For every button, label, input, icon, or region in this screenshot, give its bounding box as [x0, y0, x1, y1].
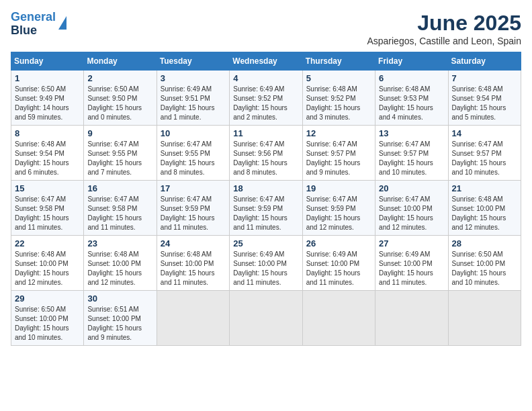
day-detail: Sunrise: 6:48 AMSunset: 10:00 PMDaylight…: [87, 250, 152, 287]
day-cell: 27Sunrise: 6:49 AMSunset: 10:00 PMDaylig…: [375, 236, 448, 291]
day-cell: 6Sunrise: 6:48 AMSunset: 9:53 PMDaylight…: [375, 71, 448, 126]
day-cell: 4Sunrise: 6:49 AMSunset: 9:52 PMDaylight…: [230, 71, 302, 126]
day-number: 25: [233, 238, 298, 248]
logo-text: GeneralBlue: [11, 11, 56, 38]
page-header: GeneralBlue June 2025 Aspariegos, Castil…: [11, 11, 521, 46]
week-row-4: 22Sunrise: 6:48 AMSunset: 10:00 PMDaylig…: [11, 236, 521, 291]
day-cell: 22Sunrise: 6:48 AMSunset: 10:00 PMDaylig…: [11, 236, 84, 291]
logo: GeneralBlue: [11, 11, 66, 38]
day-number: 5: [306, 73, 371, 83]
day-number: 13: [379, 128, 444, 138]
day-detail: Sunrise: 6:47 AMSunset: 9:55 PMDaylight:…: [87, 140, 152, 177]
day-detail: Sunrise: 6:49 AMSunset: 9:51 PMDaylight:…: [161, 85, 226, 122]
day-detail: Sunrise: 6:47 AMSunset: 9:57 PMDaylight:…: [306, 140, 371, 177]
day-detail: Sunrise: 6:47 AMSunset: 9:59 PMDaylight:…: [306, 195, 371, 232]
day-detail: Sunrise: 6:47 AMSunset: 9:55 PMDaylight:…: [161, 140, 226, 177]
day-cell: 26Sunrise: 6:49 AMSunset: 10:00 PMDaylig…: [302, 236, 375, 291]
day-number: 7: [452, 73, 517, 83]
location: Aspariegos, Castille and Leon, Spain: [367, 36, 521, 46]
day-detail: Sunrise: 6:47 AMSunset: 9:57 PMDaylight:…: [452, 140, 517, 177]
day-number: 24: [161, 238, 226, 248]
day-cell: 29Sunrise: 6:50 AMSunset: 10:00 PMDaylig…: [11, 291, 84, 346]
day-number: 19: [306, 183, 371, 193]
col-header-friday: Friday: [375, 52, 448, 71]
week-row-5: 29Sunrise: 6:50 AMSunset: 10:00 PMDaylig…: [11, 291, 521, 346]
col-header-thursday: Thursday: [302, 52, 375, 71]
day-detail: Sunrise: 6:50 AMSunset: 9:49 PMDaylight:…: [15, 85, 80, 122]
day-cell: 18Sunrise: 6:47 AMSunset: 9:59 PMDayligh…: [230, 181, 302, 236]
day-cell: 17Sunrise: 6:47 AMSunset: 9:59 PMDayligh…: [157, 181, 229, 236]
day-detail: Sunrise: 6:49 AMSunset: 9:52 PMDaylight:…: [233, 85, 298, 122]
day-number: 15: [15, 183, 80, 193]
col-header-monday: Monday: [84, 52, 157, 71]
day-number: 6: [379, 73, 444, 83]
day-cell: 20Sunrise: 6:47 AMSunset: 10:00 PMDaylig…: [375, 181, 448, 236]
day-cell: 3Sunrise: 6:49 AMSunset: 9:51 PMDaylight…: [157, 71, 229, 126]
day-cell: 8Sunrise: 6:48 AMSunset: 9:54 PMDaylight…: [11, 126, 84, 181]
day-cell: 14Sunrise: 6:47 AMSunset: 9:57 PMDayligh…: [448, 126, 521, 181]
day-cell: [302, 291, 375, 346]
day-cell: 13Sunrise: 6:47 AMSunset: 9:57 PMDayligh…: [375, 126, 448, 181]
day-detail: Sunrise: 6:49 AMSunset: 10:00 PMDaylight…: [306, 250, 371, 287]
week-row-2: 8Sunrise: 6:48 AMSunset: 9:54 PMDaylight…: [11, 126, 521, 181]
day-detail: Sunrise: 6:47 AMSunset: 9:56 PMDaylight:…: [233, 140, 298, 177]
day-number: 9: [87, 128, 152, 138]
day-detail: Sunrise: 6:50 AMSunset: 10:00 PMDaylight…: [452, 250, 517, 287]
day-detail: Sunrise: 6:47 AMSunset: 9:58 PMDaylight:…: [87, 195, 152, 232]
day-number: 20: [379, 183, 444, 193]
day-number: 16: [87, 183, 152, 193]
day-cell: 28Sunrise: 6:50 AMSunset: 10:00 PMDaylig…: [448, 236, 521, 291]
day-cell: 12Sunrise: 6:47 AMSunset: 9:57 PMDayligh…: [302, 126, 375, 181]
day-number: 30: [87, 293, 152, 304]
day-detail: Sunrise: 6:48 AMSunset: 9:54 PMDaylight:…: [452, 85, 517, 122]
col-header-sunday: Sunday: [11, 52, 84, 71]
day-detail: Sunrise: 6:48 AMSunset: 10:00 PMDaylight…: [161, 250, 226, 287]
day-cell: 9Sunrise: 6:47 AMSunset: 9:55 PMDaylight…: [84, 126, 157, 181]
logo-triangle-icon: [58, 16, 66, 30]
day-cell: 16Sunrise: 6:47 AMSunset: 9:58 PMDayligh…: [84, 181, 157, 236]
day-number: 10: [161, 128, 226, 138]
calendar-table: SundayMondayTuesdayWednesdayThursdayFrid…: [11, 52, 521, 346]
col-header-tuesday: Tuesday: [157, 52, 229, 71]
day-detail: Sunrise: 6:47 AMSunset: 9:59 PMDaylight:…: [233, 195, 298, 232]
day-detail: Sunrise: 6:48 AMSunset: 10:00 PMDaylight…: [452, 195, 517, 232]
day-number: 4: [233, 73, 298, 83]
day-number: 28: [452, 238, 517, 248]
month-title: June 2025: [367, 11, 521, 36]
day-detail: Sunrise: 6:51 AMSunset: 10:00 PMDaylight…: [87, 305, 152, 342]
day-cell: 30Sunrise: 6:51 AMSunset: 10:00 PMDaylig…: [84, 291, 157, 346]
day-detail: Sunrise: 6:48 AMSunset: 10:00 PMDaylight…: [15, 250, 80, 287]
day-cell: 19Sunrise: 6:47 AMSunset: 9:59 PMDayligh…: [302, 181, 375, 236]
day-number: 18: [233, 183, 298, 193]
col-header-wednesday: Wednesday: [230, 52, 302, 71]
day-number: 27: [379, 238, 444, 248]
day-cell: 24Sunrise: 6:48 AMSunset: 10:00 PMDaylig…: [157, 236, 229, 291]
day-number: 21: [452, 183, 517, 193]
day-cell: 11Sunrise: 6:47 AMSunset: 9:56 PMDayligh…: [230, 126, 302, 181]
day-detail: Sunrise: 6:48 AMSunset: 9:52 PMDaylight:…: [306, 85, 371, 122]
day-number: 2: [87, 73, 152, 83]
day-number: 12: [306, 128, 371, 138]
day-cell: 21Sunrise: 6:48 AMSunset: 10:00 PMDaylig…: [448, 181, 521, 236]
header-row: SundayMondayTuesdayWednesdayThursdayFrid…: [11, 52, 521, 71]
day-cell: 10Sunrise: 6:47 AMSunset: 9:55 PMDayligh…: [157, 126, 229, 181]
day-number: 17: [161, 183, 226, 193]
day-detail: Sunrise: 6:49 AMSunset: 10:00 PMDaylight…: [379, 250, 444, 287]
day-cell: 1Sunrise: 6:50 AMSunset: 9:49 PMDaylight…: [11, 71, 84, 126]
day-cell: [157, 291, 229, 346]
week-row-1: 1Sunrise: 6:50 AMSunset: 9:49 PMDaylight…: [11, 71, 521, 126]
day-detail: Sunrise: 6:50 AMSunset: 10:00 PMDaylight…: [15, 305, 80, 342]
day-cell: 2Sunrise: 6:50 AMSunset: 9:50 PMDaylight…: [84, 71, 157, 126]
day-number: 23: [87, 238, 152, 248]
title-block: June 2025 Aspariegos, Castille and Leon,…: [367, 11, 521, 46]
day-detail: Sunrise: 6:47 AMSunset: 9:59 PMDaylight:…: [161, 195, 226, 232]
day-detail: Sunrise: 6:47 AMSunset: 9:58 PMDaylight:…: [15, 195, 80, 232]
day-detail: Sunrise: 6:50 AMSunset: 9:50 PMDaylight:…: [87, 85, 152, 122]
day-cell: [375, 291, 448, 346]
day-number: 1: [15, 73, 80, 83]
day-detail: Sunrise: 6:48 AMSunset: 9:53 PMDaylight:…: [379, 85, 444, 122]
day-number: 14: [452, 128, 517, 138]
day-number: 8: [15, 128, 80, 138]
day-cell: 23Sunrise: 6:48 AMSunset: 10:00 PMDaylig…: [84, 236, 157, 291]
day-number: 11: [233, 128, 298, 138]
